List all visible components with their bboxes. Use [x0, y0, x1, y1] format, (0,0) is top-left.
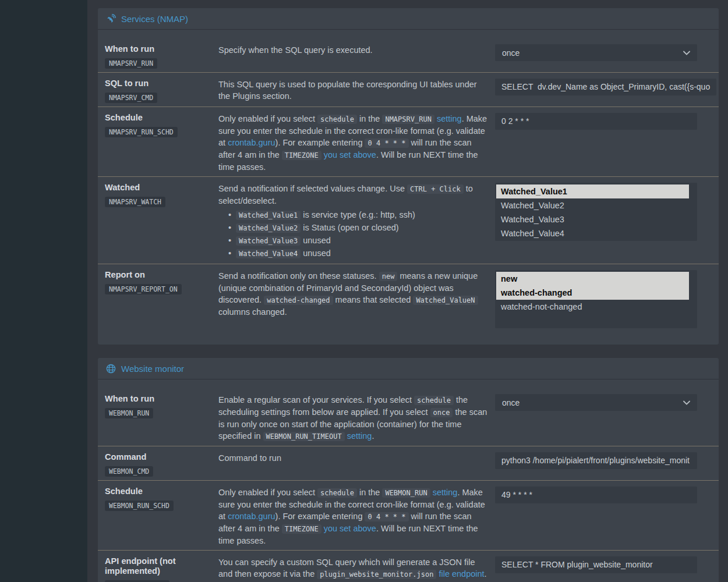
setting-control-cell: SELECT dv.dev_Name as Object_PrimaryID, …: [495, 79, 716, 103]
setting-label-cell: ScheduleWEBMON_RUN_SCHD: [105, 487, 218, 546]
inline-code: new: [379, 272, 398, 281]
listbox-option[interactable]: new: [496, 272, 689, 286]
settings-row: WatchedNMAPSRV_WATCHSend a notification …: [98, 176, 719, 264]
desc-text: .: [372, 431, 374, 441]
text-input[interactable]: SELECT * FROM plugin_website_monitor: [495, 556, 697, 573]
setting-description: This SQL query is used to populate the c…: [218, 79, 495, 103]
desc-link[interactable]: you set above: [324, 524, 376, 533]
text-input[interactable]: 0 2 * * *: [495, 113, 697, 130]
listbox[interactable]: newwatched-changedwatched-not-changed: [495, 270, 697, 328]
setting-label-cell: WatchedNMAPSRV_WATCH: [105, 183, 218, 260]
inline-code: Watched_Value1: [236, 211, 301, 220]
desc-text: means that selected: [333, 295, 414, 304]
listbox-option[interactable]: Watched_Value1: [496, 184, 689, 198]
inline-code: once: [430, 408, 453, 417]
select-input[interactable]: once: [495, 394, 697, 411]
desc-text: Command to run: [218, 453, 281, 463]
listbox-option[interactable]: Watched_Value2: [496, 198, 689, 212]
desc-link[interactable]: crontab.guru: [228, 138, 275, 147]
setting-label-cell: When to runWEBMON_RUN: [105, 394, 218, 442]
listbox-option[interactable]: Watched_Value4: [496, 226, 689, 240]
setting-label: Watched: [105, 183, 218, 193]
chevron-down-icon: [683, 400, 690, 405]
setting-description: Enable a regular scan of your services. …: [218, 394, 495, 442]
setting-label-cell: ScheduleNMAPSRV_RUN_SCHD: [105, 113, 218, 173]
select-value: once: [502, 48, 520, 58]
setting-key-badge: WEBMON_RUN_SCHD: [105, 501, 174, 511]
select-input[interactable]: once: [495, 44, 697, 61]
setting-label-cell: Report onNMAPSRV_REPORT_ON: [105, 270, 218, 341]
listbox-option[interactable]: Watched_Value3: [496, 212, 689, 226]
inline-code: Watched_Value4: [236, 249, 301, 258]
inline-code: plugin_website_monitor.json: [317, 570, 436, 579]
desc-text: Send a notification only on these status…: [218, 271, 379, 281]
section-header: Website monitor: [98, 358, 719, 379]
desc-text: is service type (e.g.: http, ssh): [301, 210, 415, 219]
section-panel-website-monitor: Website monitor When to runWEBMON_RUNEna…: [98, 358, 719, 582]
text-input[interactable]: SELECT dv.dev_Name as Object_PrimaryID, …: [495, 79, 716, 95]
settings-row: ScheduleWEBMON_RUN_SCHDOnly enabled if y…: [98, 480, 719, 550]
inline-code: TIMEZONE: [282, 524, 321, 534]
inline-code: schedule: [414, 396, 454, 405]
desc-link[interactable]: crontab.guru: [228, 512, 275, 521]
desc-text: Specify when the SQL query is executed.: [218, 45, 373, 55]
section-title: Services (NMAP): [121, 14, 188, 24]
sidebar: [0, 0, 87, 582]
text-input[interactable]: 49 * * * *: [495, 487, 697, 503]
desc-text: unused: [301, 236, 331, 245]
listbox[interactable]: Watched_Value1Watched_Value2Watched_Valu…: [495, 183, 697, 241]
settings-row: CommandWEBMON_CMDCommand to runpython3 /…: [98, 446, 719, 480]
bullet-item: Watched_Value3 unused: [218, 235, 488, 247]
setting-label: Command: [105, 452, 218, 462]
inline-code: TIMEZONE: [282, 151, 321, 160]
listbox-option[interactable]: watched-changed: [496, 286, 689, 300]
setting-control-cell: once: [495, 44, 697, 69]
setting-label: API endpoint (not implemented): [105, 556, 218, 576]
setting-label: Schedule: [105, 487, 218, 496]
setting-label: Report on: [105, 270, 218, 280]
settings-row: SQL to runNMAPSRV_CMDThis SQL query is u…: [98, 72, 719, 107]
globe-icon: [106, 364, 116, 374]
inline-code: WEBMON_RUN: [382, 488, 430, 498]
settings-row: Report onNMAPSRV_REPORT_ONSend a notific…: [98, 264, 719, 345]
setting-key-badge: WEBMON_CMD: [105, 466, 153, 477]
desc-text: Send a notification if selected values c…: [218, 184, 407, 193]
section-panel-services-nmap: Services (NMAP) When to runNMAPSRV_RUNSp…: [98, 8, 719, 345]
desc-text: ). For example entering: [275, 512, 365, 521]
setting-control-cell: 49 * * * *: [495, 487, 697, 546]
settings-row: ScheduleNMAPSRV_RUN_SCHDOnly enabled if …: [98, 107, 719, 176]
section-rows: When to runNMAPSRV_RUNSpecify when the S…: [98, 30, 719, 345]
desc-link[interactable]: setting: [437, 114, 462, 123]
desc-text: ). For example entering: [275, 138, 365, 147]
setting-description: Send a notification if selected values c…: [218, 183, 495, 260]
listbox-option[interactable]: watched-not-changed: [496, 300, 689, 314]
section-title: Website monitor: [121, 364, 184, 374]
setting-control-cell: once: [495, 394, 697, 442]
section-rows: When to runWEBMON_RUNEnable a regular sc…: [98, 379, 719, 582]
setting-key-badge: WEBMON_RUN: [105, 408, 153, 418]
setting-key-badge: NMAPSRV_CMD: [105, 93, 157, 103]
setting-description: Only enabled if you select schedule in t…: [218, 113, 495, 173]
desc-text: Only enabled if you select: [218, 488, 317, 497]
desc-text: Only enabled if you select: [218, 114, 317, 123]
desc-text: .: [485, 569, 487, 579]
setting-control-cell: SELECT * FROM plugin_website_monitor: [495, 556, 697, 582]
chevron-down-icon: [683, 51, 690, 55]
setting-label: When to run: [105, 394, 218, 404]
setting-label: When to run: [105, 44, 218, 54]
desc-link[interactable]: you set above: [324, 150, 376, 159]
bullet-item: Watched_Value2 is Status (open or closed…: [218, 222, 488, 235]
settings-row: When to runWEBMON_RUNEnable a regular sc…: [98, 379, 719, 446]
setting-description: You can specify a custom SQL query which…: [218, 556, 495, 582]
inline-code: watched-changed: [264, 296, 333, 305]
bullet-item: Watched_Value1 is service type (e.g.: ht…: [218, 209, 488, 222]
desc-text: Enable a regular scan of your services. …: [218, 395, 414, 404]
setting-label: Schedule: [105, 113, 218, 123]
setting-key-badge: NMAPSRV_WATCH: [105, 197, 165, 207]
setting-label: SQL to run: [105, 79, 218, 88]
text-input[interactable]: python3 /home/pi/pialert/front/plugins/w…: [495, 452, 697, 469]
desc-link[interactable]: file endpoint: [439, 569, 484, 579]
desc-link[interactable]: setting: [347, 431, 372, 441]
desc-link[interactable]: setting: [433, 488, 458, 497]
section-header: Services (NMAP): [98, 8, 719, 30]
